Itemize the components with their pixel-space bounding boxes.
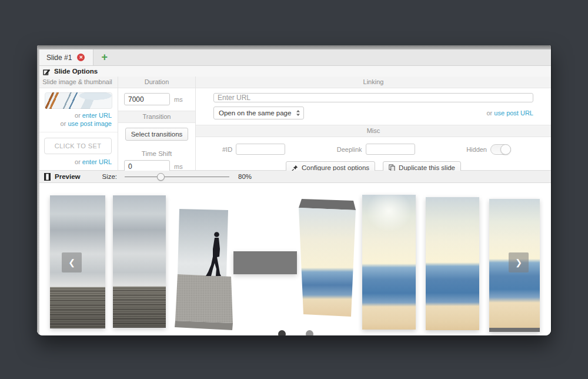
hidden-toggle[interactable] (490, 144, 511, 155)
slide-options-grid: Slide image & thumbnail or enter URL or … (37, 77, 551, 171)
column-linking-misc: Linking Open on the same page or use pos… (196, 77, 551, 170)
delete-slide-icon[interactable]: ✕ (77, 54, 85, 61)
slide-options-header: Slide Options (37, 66, 551, 77)
thumb-enter-url-link[interactable]: enter URL (82, 158, 112, 165)
preview-strip-3-businessman (172, 208, 235, 334)
use-post-image-link[interactable]: use post image (68, 120, 112, 127)
duration-header: Duration (118, 77, 195, 88)
preview-strip-2-sky (113, 195, 166, 328)
id-input[interactable] (236, 144, 285, 155)
add-slide-button[interactable]: + (93, 49, 115, 65)
thumb-url-link: or enter URL (37, 157, 118, 170)
duration-unit: ms (174, 96, 183, 103)
slider-track[interactable] (125, 177, 229, 178)
window-left-bevel (37, 49, 39, 335)
duration-input[interactable] (124, 93, 170, 105)
transition-header: Transition (118, 111, 195, 123)
preview-strip-6-beach (426, 197, 479, 330)
pagination-dot[interactable] (306, 330, 313, 335)
select-transitions-button[interactable]: Select transitions (125, 128, 189, 141)
deeplink-label: Deeplink (337, 146, 362, 153)
preview-strip-4-beach-cube (298, 199, 358, 323)
slide-thumbnail-image[interactable] (45, 92, 112, 109)
slide-options-title: Slide Options (54, 68, 98, 75)
time-shift-unit: ms (174, 163, 183, 170)
preview-next-arrow[interactable]: ❯ (509, 252, 529, 272)
column-divider (37, 132, 118, 132)
thumbnail-click-to-set[interactable]: CLICK TO SET (44, 138, 112, 154)
window-top-bevel (37, 45, 551, 49)
select-stepper-icon (296, 109, 300, 117)
preview-strip-5-beach (362, 195, 416, 330)
preview-size-label: Size: (102, 173, 117, 180)
hidden-label: Hidden (466, 146, 487, 153)
column-slide-image: Slide image & thumbnail or enter URL or … (37, 77, 118, 170)
deeplink-input[interactable] (366, 144, 415, 155)
tab-slide-1-label: Slide #1 (46, 54, 72, 62)
preview-size-value: 80% (238, 173, 252, 180)
misc-header: Misc (196, 125, 551, 137)
or-text: or (75, 158, 81, 165)
preview-prev-arrow[interactable]: ❮ (62, 252, 82, 272)
or-text: or (487, 109, 493, 117)
or-text: or (61, 120, 66, 127)
edit-pencil-icon (43, 68, 51, 75)
image-url-links: or enter URL or use post image (37, 111, 118, 132)
pagination-dot-active[interactable] (278, 330, 286, 335)
column-timing: Duration ms Transition Select transition… (118, 77, 196, 170)
use-post-url-link[interactable]: use post URL (494, 109, 533, 117)
slide-image-header: Slide image & thumbnail (37, 77, 118, 88)
id-label: #ID (222, 146, 232, 153)
or-text: or (75, 112, 81, 119)
preview-label: Preview (55, 173, 80, 180)
linking-header: Linking (196, 77, 551, 88)
time-shift-label: Time Shift (118, 150, 195, 157)
toggle-knob (500, 144, 511, 155)
film-frame-icon (44, 173, 51, 181)
link-target-select[interactable]: Open on the same page (213, 107, 304, 119)
slider-preview-canvas: ❮ ❯ (37, 183, 551, 335)
preview-toolbar: Preview Size: 80% (37, 171, 551, 183)
enter-url-link[interactable]: enter URL (82, 112, 112, 119)
slider-editor-window: Slide #1 ✕ + Slide Options Slide image &… (37, 45, 551, 335)
preview-transition-block (233, 251, 297, 274)
link-target-value: Open on the same page (219, 109, 291, 117)
slide-tabbar: Slide #1 ✕ + (37, 49, 551, 66)
tab-slide-1[interactable]: Slide #1 ✕ (37, 49, 93, 65)
preview-size-slider[interactable] (125, 173, 229, 181)
slider-knob[interactable] (157, 173, 165, 181)
link-url-input[interactable] (213, 93, 533, 102)
pushpin-icon (292, 165, 298, 171)
